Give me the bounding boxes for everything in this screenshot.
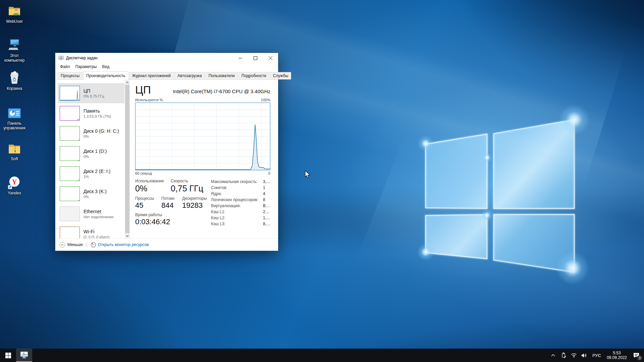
- tab-2[interactable]: Журнал приложений: [129, 72, 174, 79]
- menu-bar: Файл Параметры Вид: [55, 63, 278, 70]
- sidebar-item-title: Диск 1 (D:): [84, 148, 107, 154]
- svg-text:Y: Y: [12, 178, 17, 186]
- tray-overflow-button[interactable]: [549, 350, 557, 360]
- sidebar-item-subtitle: 0% 0,75 ГГц: [84, 94, 104, 98]
- tab-6[interactable]: Службы: [270, 72, 291, 79]
- sidebar-item-2[interactable]: Диск 0 (G: H: C:) 0%: [58, 123, 124, 143]
- scroll-down-icon[interactable]: [125, 233, 130, 238]
- action-center-button[interactable]: 3: [631, 350, 641, 360]
- cpu-detail-row: Кэш L1: 2…: [211, 209, 270, 215]
- scroll-up-icon[interactable]: [125, 80, 130, 85]
- fewer-details-button[interactable]: Меньше: [59, 242, 83, 248]
- maximize-icon: [254, 56, 257, 60]
- sidebar-item-title: Диск 2 (E: I:): [84, 169, 110, 174]
- sidebar-item-7[interactable]: Wi-Fi О: 0 П: 0 кбит/с: [58, 224, 124, 238]
- menu-view[interactable]: Вид: [99, 64, 112, 70]
- cpu-detail-label: Логических процессоров:: [211, 197, 263, 202]
- graph-zero-label: 0: [268, 171, 270, 175]
- cpu-stats-left: Использование 0% Скорость 0,75 ГГц Проце…: [135, 179, 211, 229]
- threads-label: Потоки: [161, 196, 182, 201]
- usb-device-button[interactable]: [560, 350, 567, 360]
- desktop-icon-label: Yandex: [8, 191, 21, 195]
- tab-0[interactable]: Процессы: [58, 72, 83, 79]
- zip-folder-icon: [7, 142, 21, 156]
- desktop-icon-recycle-bin[interactable]: Корзина: [0, 70, 29, 91]
- yandex-browser-icon: Y: [7, 175, 22, 190]
- volume-button[interactable]: [581, 350, 588, 360]
- sidebar-item-title: Память: [84, 108, 111, 114]
- resource-monitor-icon: [91, 242, 96, 247]
- cpu-detail-label: Ядра:: [211, 191, 263, 196]
- sidebar-item-6[interactable]: Ethernet Нет подключения: [58, 204, 124, 224]
- minimize-button[interactable]: [233, 53, 248, 63]
- tab-strip: ПроцессыПроизводительностьЖурнал приложе…: [55, 70, 278, 80]
- cpu-detail-value: 3,…: [263, 179, 270, 184]
- taskbar-clock[interactable]: 5:53 09.09.2022: [605, 351, 628, 360]
- tab-4[interactable]: Пользователи: [206, 72, 238, 79]
- taskbar-task-manager-button[interactable]: [16, 349, 32, 362]
- speed-label: Скорость: [171, 179, 203, 183]
- tab-3[interactable]: Автозагрузка: [174, 72, 205, 79]
- cpu-detail-label: Сокетов:: [211, 185, 263, 190]
- sidebar-item-subtitle: 0%: [84, 134, 119, 138]
- open-resource-monitor-link[interactable]: Открыть монитор ресурсов: [91, 242, 149, 247]
- start-button[interactable]: [0, 349, 16, 362]
- close-button[interactable]: [263, 53, 278, 63]
- sidebar-item-title: Диск 3 (K:): [84, 189, 107, 194]
- sidebar-scrollbar[interactable]: [125, 80, 130, 238]
- speaker-icon: [581, 353, 587, 358]
- cpu-detail-row: Сокетов: 1: [211, 185, 270, 190]
- tab-1[interactable]: Производительность: [83, 71, 128, 80]
- sidebar-mini-chart: [60, 166, 80, 181]
- cpu-panel: ЦП Intel(R) Core(TM) i7-6700 CPU @ 3.40G…: [135, 84, 270, 229]
- desktop-icon-this-pc[interactable]: Этот компьютер: [0, 38, 29, 63]
- cpu-detail-row: Максимальная скорость: 3,…: [211, 179, 270, 184]
- menu-options[interactable]: Параметры: [73, 64, 100, 70]
- sidebar-mini-chart: [60, 206, 80, 221]
- cpu-detail-value: 2…: [263, 209, 270, 215]
- menu-file[interactable]: Файл: [57, 64, 73, 70]
- sidebar-item-subtitle: 1%: [84, 175, 110, 179]
- speed-value: 0,75 ГГц: [171, 184, 203, 193]
- wifi-button[interactable]: [570, 350, 578, 360]
- cpu-heading: ЦП: [135, 84, 151, 96]
- sidebar-item-title: ЦП: [84, 88, 104, 94]
- sidebar-item-title: Диск 0 (G: H: C:): [84, 128, 119, 134]
- cpu-detail-value: 8,…: [263, 222, 270, 227]
- tab-5[interactable]: Подробности: [238, 72, 269, 79]
- language-indicator[interactable]: РУС: [591, 353, 602, 358]
- desktop-icon-soft[interactable]: Soft: [0, 142, 29, 161]
- cpu-detail-label: Виртуализация:: [211, 203, 263, 208]
- sidebar-item-0[interactable]: ЦП 0% 0,75 ГГц: [58, 83, 124, 103]
- usage-value: 0%: [135, 184, 171, 193]
- sidebar-item-1[interactable]: Память 1,1/15,9 ГБ (7%): [58, 103, 124, 123]
- desktop-icon-control-panel[interactable]: Панель управления: [0, 107, 29, 130]
- notification-badge: 3: [637, 355, 642, 361]
- maximize-button[interactable]: [248, 53, 263, 63]
- open-resource-monitor-label: Открыть монитор ресурсов: [98, 242, 149, 247]
- cpu-detail-label: Кэш L3:: [211, 222, 263, 227]
- sidebar-mini-chart: [60, 106, 80, 121]
- threads-value: 844: [161, 201, 182, 210]
- desktop: WebUser Этот компьютер Корзина: [0, 0, 644, 362]
- clock-date: 09.09.2022: [607, 355, 627, 360]
- graph-max-label: 100%: [261, 98, 270, 102]
- sidebar-item-3[interactable]: Диск 1 (D:) 0%: [58, 143, 124, 164]
- window-titlebar[interactable]: Диспетчер задач: [55, 53, 278, 63]
- sidebar-item-4[interactable]: Диск 2 (E: I:) 1%: [58, 164, 124, 184]
- sidebar-mini-chart: [60, 227, 80, 238]
- computer-icon: [7, 38, 21, 52]
- desktop-icon-webuser[interactable]: WebUser: [0, 4, 29, 24]
- sidebar-mini-chart: [60, 86, 80, 101]
- sidebar-mini-chart: [60, 126, 80, 141]
- cpu-detail-value: 8: [263, 197, 270, 202]
- sidebar-mini-chart: [60, 186, 80, 201]
- sidebar-item-5[interactable]: Диск 3 (K:) 0%: [58, 184, 124, 204]
- close-icon: [269, 56, 272, 60]
- desktop-icon-label: Корзина: [7, 86, 22, 91]
- scrollbar-thumb[interactable]: [125, 85, 129, 233]
- recycle-bin-icon: [7, 70, 21, 85]
- performance-pane: ЦП 0% 0,75 ГГц Память 1,1/15,9 ГБ (7%) Д…: [55, 80, 278, 238]
- desktop-icon-yandex[interactable]: Y Yandex: [0, 175, 29, 195]
- taskbar: РУС 5:53 09.09.2022 3: [0, 349, 644, 362]
